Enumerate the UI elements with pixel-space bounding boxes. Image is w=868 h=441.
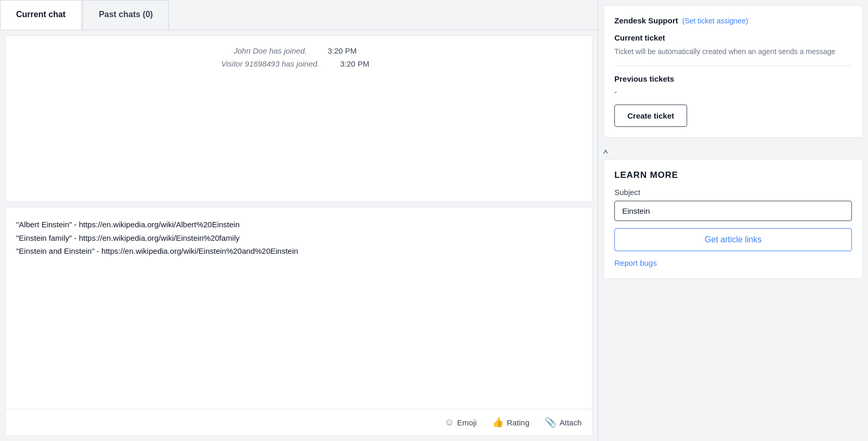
message-text-2: Visitor 91698493 has joined. — [221, 59, 319, 68]
emoji-icon: ☺ — [444, 417, 454, 428]
left-panel: Current chat Past chats (0) John Doe has… — [0, 0, 598, 441]
chat-message-2: Visitor 91698493 has joined. 3:20 PM — [16, 59, 582, 68]
create-ticket-button[interactable]: Create ticket — [614, 105, 687, 127]
content-box: "Albert Einstein" - https://en.wikipedia… — [5, 207, 593, 436]
current-ticket-label: Current ticket — [614, 33, 852, 42]
previous-tickets-label: Previous tickets — [614, 74, 852, 83]
collapse-button[interactable]: ^ — [603, 148, 608, 159]
get-article-links-button[interactable]: Get article links — [614, 228, 852, 251]
collapse-row: ^ — [598, 143, 868, 159]
tab-past-chats[interactable]: Past chats (0) — [83, 0, 169, 30]
rating-label: Rating — [507, 418, 529, 427]
message-text-1: John Doe has joined. — [234, 46, 307, 55]
emoji-action[interactable]: ☺ Emoji — [444, 417, 477, 428]
rating-icon: 👍 — [492, 417, 504, 428]
tab-past-chats-label: Past chats (0) — [99, 10, 153, 19]
attach-action[interactable]: 📎 Attach — [545, 417, 582, 428]
set-assignee-link[interactable]: (Set ticket assignee) — [682, 17, 748, 25]
zendesk-title: Zendesk Support (Set ticket assignee) — [614, 16, 852, 25]
tab-current-chat[interactable]: Current chat — [0, 0, 82, 30]
right-panel: Zendesk Support (Set ticket assignee) Cu… — [598, 0, 868, 441]
subject-label: Subject — [614, 188, 852, 197]
content-line-3: "Einstein and Einstein" - https://en.wik… — [16, 244, 582, 258]
previous-tickets-value: - — [614, 87, 852, 96]
current-ticket-note: Ticket will be automatically created whe… — [614, 46, 852, 57]
learn-more-section: LEARN MORE Subject Get article links Rep… — [603, 159, 863, 279]
rating-action[interactable]: 👍 Rating — [492, 417, 529, 428]
tab-current-chat-label: Current chat — [16, 10, 65, 19]
message-time-2: 3:20 PM — [340, 59, 377, 68]
subject-input[interactable] — [614, 201, 852, 221]
attach-icon: 📎 — [545, 417, 556, 428]
chat-area: John Doe has joined. 3:20 PM Visitor 916… — [5, 35, 593, 202]
attach-label: Attach — [559, 418, 582, 427]
chat-message-1: John Doe has joined. 3:20 PM — [16, 46, 582, 55]
zendesk-section: Zendesk Support (Set ticket assignee) Cu… — [603, 5, 863, 138]
divider-1 — [614, 66, 852, 66]
content-line-2: "Einstein family" - https://en.wikipedia… — [16, 231, 582, 245]
footer-bar: ☺ Emoji 👍 Rating 📎 Attach — [6, 409, 592, 435]
content-text-area: "Albert Einstein" - https://en.wikipedia… — [6, 207, 592, 409]
learn-more-title: LEARN MORE — [614, 170, 852, 180]
emoji-label: Emoji — [457, 418, 477, 427]
zendesk-label: Zendesk Support — [614, 16, 678, 25]
report-bugs-link[interactable]: Report bugs — [614, 258, 657, 267]
content-line-1: "Albert Einstein" - https://en.wikipedia… — [16, 218, 582, 231]
message-time-1: 3:20 PM — [327, 46, 364, 55]
tabs-bar: Current chat Past chats (0) — [0, 0, 598, 30]
